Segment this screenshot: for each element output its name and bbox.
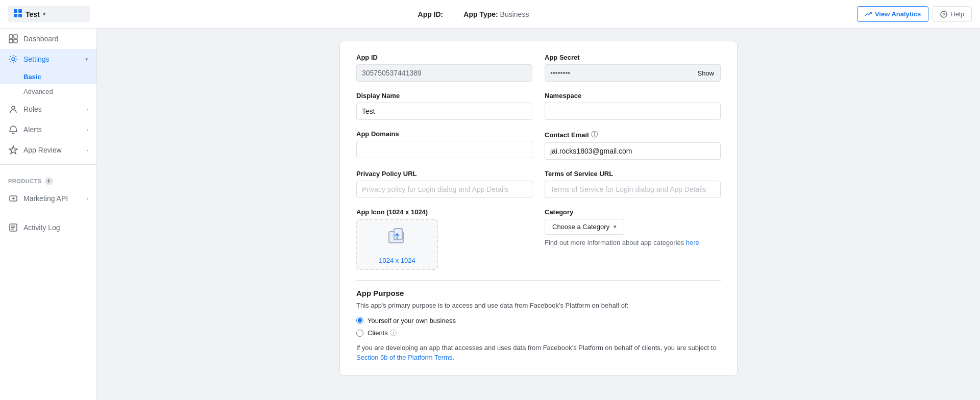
sidebar-item-app-review[interactable]: App Review › <box>0 140 96 160</box>
section-divider <box>356 280 721 281</box>
help-icon: ? <box>940 11 947 18</box>
sidebar-divider-2 <box>0 213 96 213</box>
sidebar-dashboard-label: Dashboard <box>23 35 59 43</box>
contact-email-input[interactable] <box>545 142 721 160</box>
svg-rect-3 <box>18 14 22 17</box>
svg-rect-6 <box>9 35 13 38</box>
radio-yourself-input[interactable] <box>356 317 363 324</box>
topbar-actions: View Analytics ? Help <box>857 6 972 22</box>
main-content: App ID App Secret Show Display Name <box>97 29 980 400</box>
help-button[interactable]: ? Help <box>933 6 972 22</box>
namespace-input[interactable] <box>545 103 721 120</box>
add-product-icon[interactable]: + <box>45 177 53 185</box>
sidebar-item-dashboard[interactable]: Dashboard <box>0 29 96 49</box>
form-row-icon-category: App Icon (1024 x 1024) 1024 x 1024 <box>356 208 721 270</box>
radio-clients-input[interactable] <box>356 330 363 337</box>
view-analytics-button[interactable]: View Analytics <box>857 6 928 22</box>
chevron-right-icon-mapi: › <box>86 195 88 202</box>
app-domains-label: App Domains <box>356 130 532 138</box>
app-id-field-label: App ID <box>356 54 532 61</box>
svg-rect-8 <box>9 39 13 43</box>
svg-rect-0 <box>14 9 17 13</box>
svg-rect-9 <box>14 39 17 43</box>
form-group-app-icon: App Icon (1024 x 1024) 1024 x 1024 <box>356 208 532 270</box>
grid-icon <box>13 9 22 19</box>
clients-note: If you are developing an app that access… <box>356 343 721 363</box>
sidebar-roles-label: Roles <box>23 105 42 113</box>
app-icon-size-label: 1024 x 1024 <box>379 257 415 264</box>
sidebar-subitem-basic[interactable]: Basic <box>0 69 96 84</box>
sidebar-alerts-label: Alerts <box>23 126 42 134</box>
chevron-right-icon-review: › <box>86 147 88 153</box>
contact-email-label: Contact Email ⓘ <box>545 130 721 139</box>
category-hint-link[interactable]: here <box>686 239 699 246</box>
app-review-icon <box>8 145 18 155</box>
app-icon-label: App Icon (1024 x 1024) <box>356 208 532 216</box>
sidebar-item-alerts[interactable]: Alerts › <box>0 119 96 140</box>
radio-clients[interactable]: Clients ⓘ <box>356 329 721 338</box>
analytics-icon <box>865 11 872 18</box>
svg-point-11 <box>12 106 15 109</box>
choose-category-button[interactable]: Choose a Category ▾ <box>545 219 624 235</box>
chevron-right-icon: ▾ <box>85 56 88 63</box>
upload-icon <box>385 224 409 254</box>
clients-info: Clients ⓘ <box>368 329 397 338</box>
alerts-icon <box>8 124 18 135</box>
platform-terms-link[interactable]: Section 5b of the Platform Terms <box>356 354 452 361</box>
terms-service-label: Terms of Service URL <box>545 170 721 178</box>
sidebar-settings-label: Settings <box>23 55 50 63</box>
sidebar: Dashboard Settings ▾ Basic Advanced <box>0 29 97 400</box>
form-group-display-name: Display Name <box>356 92 532 120</box>
app-id-input[interactable] <box>356 64 532 82</box>
form-group-category: Category Choose a Category ▾ Find out mo… <box>545 208 721 270</box>
form-group-contact-email: Contact Email ⓘ <box>545 130 721 160</box>
category-label: Category <box>545 208 721 216</box>
form-group-app-id: App ID <box>356 54 532 82</box>
form-row-urls: Privacy Policy URL Terms of Service URL <box>356 170 721 198</box>
privacy-policy-input[interactable] <box>356 181 532 198</box>
radio-group-purpose: Yourself or your own business Clients ⓘ <box>356 317 721 338</box>
app-icon-upload[interactable]: 1024 x 1024 <box>356 219 438 270</box>
sidebar-subitem-advanced[interactable]: Advanced <box>0 84 96 99</box>
app-selector[interactable]: Test ▾ <box>8 6 90 22</box>
app-secret-wrapper: Show <box>545 64 721 82</box>
chevron-down-icon: ▾ <box>43 11 45 17</box>
app-purpose-section: App Purpose This app's primary purpose i… <box>356 289 721 363</box>
radio-yourself[interactable]: Yourself or your own business <box>356 317 721 324</box>
layout: Dashboard Settings ▾ Basic Advanced <box>0 29 980 400</box>
form-group-privacy-policy: Privacy Policy URL <box>356 170 532 198</box>
contact-email-info-icon[interactable]: ⓘ <box>591 130 598 139</box>
app-name: Test <box>26 10 40 18</box>
form-row-ids: App ID App Secret Show <box>356 54 721 82</box>
svg-rect-1 <box>18 9 22 13</box>
display-name-label: Display Name <box>356 92 532 99</box>
app-purpose-desc: This app's primary purpose is to access … <box>356 301 721 311</box>
display-name-input[interactable] <box>356 103 532 120</box>
sidebar-item-activity-log[interactable]: Activity Log <box>0 217 96 238</box>
svg-rect-7 <box>14 35 17 38</box>
app-secret-input[interactable] <box>545 64 691 82</box>
privacy-policy-label: Privacy Policy URL <box>356 170 532 178</box>
show-secret-button[interactable]: Show <box>691 64 721 82</box>
dashboard-icon <box>8 34 18 44</box>
form-row-domains: App Domains Contact Email ⓘ <box>356 130 721 160</box>
app-id-label: App ID: <box>418 10 444 18</box>
category-hint: Find out more information about app cate… <box>545 239 721 246</box>
activity-log-icon <box>8 222 18 233</box>
sidebar-item-settings[interactable]: Settings ▾ <box>0 49 96 69</box>
form-group-namespace: Namespace <box>545 92 721 120</box>
marketing-api-icon <box>8 193 18 204</box>
category-chevron-icon: ▾ <box>614 223 617 230</box>
terms-service-input[interactable] <box>545 181 721 198</box>
sidebar-section-products: Products + <box>0 169 96 188</box>
topbar: Test ▾ App ID: App Type: Business View A… <box>0 0 980 29</box>
sidebar-item-roles[interactable]: Roles › <box>0 99 96 119</box>
namespace-label: Namespace <box>545 92 721 99</box>
sidebar-divider <box>0 164 96 165</box>
app-purpose-title: App Purpose <box>356 289 721 297</box>
app-domains-input[interactable] <box>356 141 532 158</box>
roles-icon <box>8 104 18 114</box>
chevron-right-icon-roles: › <box>86 106 88 112</box>
clients-info-icon[interactable]: ⓘ <box>390 329 397 338</box>
sidebar-item-marketing-api[interactable]: Marketing API › <box>0 188 96 209</box>
